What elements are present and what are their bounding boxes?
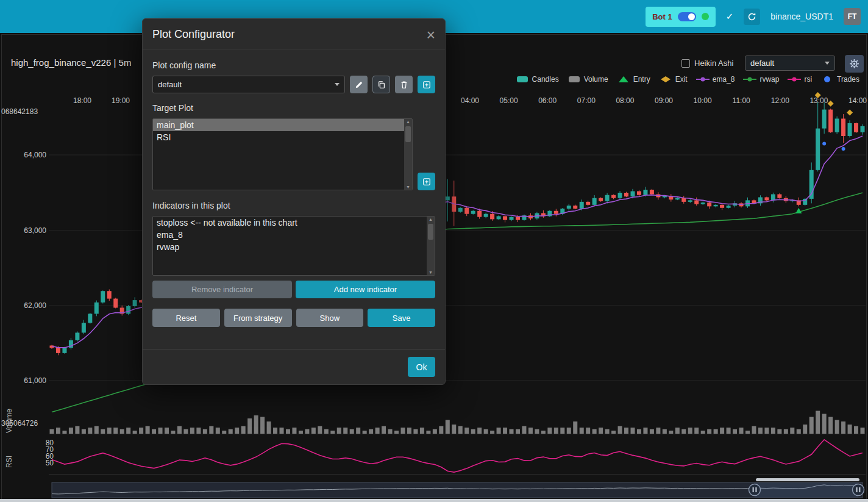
legend-item-label: Entry <box>633 75 650 84</box>
list-item[interactable]: rvwap <box>153 241 435 253</box>
datazoom-left-handle[interactable] <box>749 484 761 496</box>
pencil-icon <box>355 81 363 89</box>
bot-name-label: Bot 1 <box>652 12 672 21</box>
legend-marker-icon <box>567 76 581 83</box>
legend-item-rsi[interactable]: rsi <box>788 75 812 84</box>
legend-marker-icon <box>743 76 756 83</box>
edit-config-button[interactable] <box>350 76 368 93</box>
legend-item-entry[interactable]: Entry <box>617 75 650 84</box>
plot-config-top-select[interactable]: default <box>745 56 835 71</box>
scroll-thumb[interactable] <box>428 224 433 240</box>
horizontal-scrollbar[interactable] <box>756 478 859 481</box>
plot-config-top-select-value: default <box>750 59 774 68</box>
target-plot-listbox[interactable]: main_plotRSI ▲ ▼ <box>152 118 413 190</box>
legend-marker-icon <box>659 76 672 83</box>
datazoom-window[interactable] <box>755 483 858 498</box>
reset-button[interactable]: Reset <box>152 309 220 327</box>
bot-online-dot <box>702 13 709 20</box>
save-button[interactable]: Save <box>368 309 435 327</box>
list-item[interactable]: main_plot <box>153 119 412 131</box>
ok-button[interactable]: Ok <box>408 357 435 377</box>
listbox-scrollbar[interactable]: ▲ ▼ <box>404 119 412 190</box>
legend-item-rvwap[interactable]: rvwap <box>743 75 779 84</box>
bot-selector[interactable]: Bot 1 <box>646 7 716 27</box>
plot-settings-button[interactable] <box>845 55 864 73</box>
time-axis-tick: 10:00 <box>689 96 717 105</box>
close-icon[interactable]: × <box>426 29 435 40</box>
legend-item-label: ema_8 <box>713 75 735 84</box>
show-button[interactable]: Show <box>296 309 364 327</box>
legend-item-ema_8[interactable]: ema_8 <box>696 75 735 84</box>
time-axis-tick: 13:00 <box>805 96 833 105</box>
scroll-up-icon[interactable]: ▲ <box>429 217 433 221</box>
legend-marker-icon <box>696 76 710 83</box>
legend-marker-icon <box>820 76 834 83</box>
legend-item-label: rsi <box>804 75 812 84</box>
legend-marker-icon <box>617 76 630 83</box>
time-axis-tick: 18:00 <box>68 96 96 105</box>
legend-item-label: Volume <box>584 75 608 84</box>
scroll-up-icon[interactable]: ▲ <box>406 120 410 124</box>
list-item[interactable]: ema_8 <box>153 229 435 241</box>
price-axis-tick: 61,000 <box>5 376 46 385</box>
trade-marker <box>822 142 826 145</box>
add-plot-button[interactable] <box>418 173 435 190</box>
list-item[interactable]: stoploss <-- not available in this chart <box>153 217 435 229</box>
toggle-knob <box>688 13 695 20</box>
profile-button[interactable]: FT <box>844 8 861 25</box>
time-axis-tick: 07:00 <box>572 96 600 105</box>
price-axis-tick: 62,000 <box>5 301 46 310</box>
add-new-indicator-button[interactable]: Add new indicator <box>296 281 435 298</box>
modal-title: Plot Configurator <box>152 28 235 41</box>
datazoom-right-handle[interactable] <box>853 484 864 496</box>
list-item[interactable]: RSI <box>153 131 412 143</box>
time-axis-tick: 05:00 <box>495 96 523 105</box>
bottom-scrollbar[interactable] <box>0 499 868 502</box>
bot-toggle[interactable] <box>678 12 696 21</box>
legend-item-volume[interactable]: Volume <box>567 75 608 84</box>
delete-config-button[interactable] <box>395 76 413 93</box>
time-axis-tick: 14:00 <box>844 96 868 105</box>
volume-axis-title: Volume <box>5 395 13 433</box>
time-axis-tick: 06:00 <box>533 96 561 105</box>
y-axis-overlap-label: 068642183 <box>1 107 38 116</box>
plot-config-select-value: default <box>158 80 182 89</box>
time-axis-tick: 12:00 <box>766 96 794 105</box>
time-axis-tick: 09:00 <box>650 96 678 105</box>
copy-config-button[interactable] <box>372 76 390 93</box>
time-axis-tick: 08:00 <box>611 96 639 105</box>
trash-icon <box>400 81 408 89</box>
rsi-axis-tick: 50 <box>11 459 54 467</box>
plus-square-icon <box>422 81 431 89</box>
indicators-listbox[interactable]: stoploss <-- not available in this chart… <box>152 216 435 276</box>
modal-header: Plot Configurator × <box>143 19 445 49</box>
plot-config-name-label: Plot config name <box>152 60 435 70</box>
datazoom-strip[interactable] <box>52 482 863 498</box>
listbox-scrollbar[interactable]: ▲ ▼ <box>427 217 435 275</box>
legend-item-label: Exit <box>675 75 688 84</box>
heikin-ashi-checkbox[interactable] <box>681 59 690 68</box>
plot-configurator-modal: Plot Configurator × Plot config name def… <box>142 18 446 385</box>
remove-indicator-button[interactable]: Remove indicator <box>152 281 292 298</box>
copy-icon <box>377 81 386 89</box>
indicators-label: Indicators in this plot <box>152 201 435 210</box>
legend-item-exit[interactable]: Exit <box>659 75 688 84</box>
plot-config-select[interactable]: default <box>152 76 345 93</box>
refresh-icon <box>747 12 756 21</box>
chevron-down-icon <box>825 62 830 65</box>
scroll-down-icon[interactable]: ▼ <box>429 270 433 274</box>
legend-item-label: Candles <box>532 75 559 84</box>
add-config-button[interactable] <box>418 76 435 93</box>
chart-legend: CandlesVolumeEntryExitema_8rvwaprsiTrade… <box>516 75 859 84</box>
from-strategy-button[interactable]: From strategy <box>224 309 292 327</box>
legend-item-trades[interactable]: Trades <box>820 75 859 84</box>
modal-footer: Ok <box>143 349 445 384</box>
refresh-button[interactable] <box>744 9 760 25</box>
legend-item-label: Trades <box>837 75 859 84</box>
legend-item-candles[interactable]: Candles <box>516 75 559 84</box>
sync-check-icon: ✓ <box>726 11 734 22</box>
scroll-down-icon[interactable]: ▼ <box>406 185 410 189</box>
scroll-thumb[interactable] <box>405 126 411 142</box>
plus-square-icon <box>422 177 431 186</box>
pair-label: binance_USDT1 <box>770 12 833 21</box>
